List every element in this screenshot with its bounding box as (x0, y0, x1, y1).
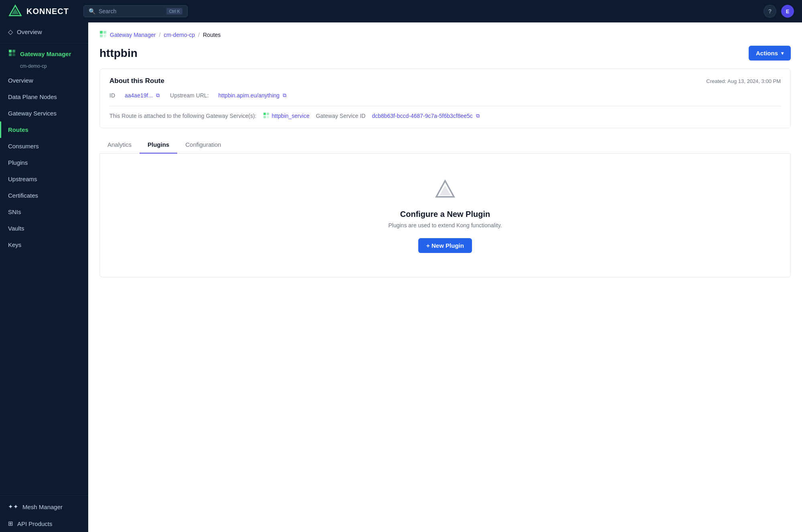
route-info-card: About this Route Created: Aug 13, 2024, … (99, 69, 791, 128)
svg-rect-4 (9, 53, 12, 56)
mesh-manager-label: Mesh Manager (22, 504, 63, 510)
breadcrumb-icon (99, 30, 107, 39)
api-products-icon: ⊞ (8, 520, 13, 527)
new-plugin-button[interactable]: + New Plugin (418, 238, 472, 253)
search-icon: 🔍 (89, 8, 95, 14)
gateway-service-intro: This Route is attached to the following … (109, 113, 257, 119)
sidebar-item-data-plane-nodes[interactable]: Data Plane Nodes (0, 89, 88, 105)
search-placeholder: Search (99, 8, 116, 14)
id-text: aa4ae19f... (125, 92, 153, 99)
sidebar-item-keys[interactable]: Keys (0, 237, 88, 253)
upstream-url-text: httpbin.apim.eu/anything (219, 92, 280, 99)
breadcrumb-current: Routes (203, 32, 221, 38)
search-bar[interactable]: 🔍 Search Ctrl K (83, 5, 188, 17)
overview-nav-label: Overview (8, 77, 33, 84)
mesh-manager-icon: ✦✦ (8, 503, 18, 510)
plugins-label: Plugins (8, 159, 28, 166)
routes-label: Routes (8, 126, 28, 133)
overview-icon: ◇ (8, 28, 13, 36)
empty-state-title: Configure a New Plugin (400, 210, 490, 219)
page-title: httpbin (99, 47, 138, 60)
gateway-manager-sub: cm-demo-cp (0, 63, 88, 72)
card-title: About this Route (109, 77, 164, 85)
svg-rect-11 (267, 113, 269, 115)
logo[interactable]: KONNECT (8, 4, 69, 18)
gateway-service-id-label: Gateway Service ID (316, 113, 366, 119)
search-shortcut: Ctrl K (166, 8, 182, 14)
svg-rect-2 (9, 50, 12, 53)
actions-label: Actions (756, 50, 778, 57)
consumers-label: Consumers (8, 143, 39, 150)
gateway-service-id-value: dcb8b63f-bccd-4687-9c7a-5f6b3cf8ee5c ⧉ (372, 112, 480, 120)
api-products-label: API Products (17, 520, 53, 527)
gateway-manager-icon (8, 49, 16, 59)
app-name: KONNECT (26, 7, 69, 16)
empty-state-description: Plugins are used to extend Kong function… (388, 222, 502, 229)
top-navigation: KONNECT 🔍 Search Ctrl K ? E (0, 0, 802, 22)
sidebar-item-gateway-services[interactable]: Gateway Services (0, 105, 88, 121)
sidebar-item-routes[interactable]: Routes (0, 121, 88, 138)
sidebar-item-overview[interactable]: Overview (0, 72, 88, 89)
data-plane-nodes-label: Data Plane Nodes (8, 93, 57, 100)
service-name-link[interactable]: httpbin_service (263, 112, 310, 120)
svg-rect-6 (100, 31, 103, 34)
gateway-manager-header[interactable]: Gateway Manager (0, 45, 88, 63)
new-plugin-label: + New Plugin (426, 242, 464, 249)
breadcrumb-cp[interactable]: cm-demo-cp (164, 32, 195, 38)
service-id-text: dcb8b63f-bccd-4687-9c7a-5f6b3cf8ee5c (372, 113, 472, 119)
help-button[interactable]: ? (764, 5, 776, 18)
upstream-url-label: Upstream URL: (170, 92, 209, 99)
sidebar-item-snis[interactable]: SNIs (0, 204, 88, 220)
service-name-text: httpbin_service (272, 113, 310, 119)
copy-service-id-button[interactable]: ⧉ (475, 112, 480, 120)
sidebar-item-api-products[interactable]: ⊞ API Products (0, 515, 88, 532)
svg-rect-13 (267, 116, 269, 118)
tab-configuration[interactable]: Configuration (177, 136, 229, 154)
upstream-url-value: httpbin.apim.eu/anything ⧉ (219, 91, 288, 99)
tab-analytics[interactable]: Analytics (99, 136, 140, 154)
gateway-services-label: Gateway Services (8, 110, 57, 117)
sidebar-item-plugins[interactable]: Plugins (0, 154, 88, 171)
snis-label: SNIs (8, 208, 21, 215)
gateway-service-row: This Route is attached to the following … (109, 106, 781, 120)
plugins-empty-panel: Configure a New Plugin Plugins are used … (99, 154, 791, 277)
sidebar-overview-label: Overview (17, 28, 42, 35)
sidebar-item-consumers[interactable]: Consumers (0, 138, 88, 154)
svg-rect-7 (103, 31, 106, 34)
svg-rect-3 (12, 50, 15, 53)
breadcrumb: Gateway Manager / cm-demo-cp / Routes (88, 22, 802, 42)
svg-rect-12 (263, 116, 266, 118)
kong-logo-icon (433, 178, 457, 203)
sidebar-item-upstreams[interactable]: Upstreams (0, 171, 88, 187)
sidebar-item-certificates[interactable]: Certificates (0, 187, 88, 204)
gateway-manager-label: Gateway Manager (20, 51, 71, 57)
vaults-label: Vaults (8, 225, 24, 232)
nav-right: ? E (764, 5, 794, 18)
tabs: Analytics Plugins Configuration (99, 136, 791, 154)
created-at: Created: Aug 13, 2024, 3:00 PM (706, 78, 781, 84)
id-value: aa4ae19f... ⧉ (125, 91, 160, 99)
main-content: Gateway Manager / cm-demo-cp / Routes ht… (88, 22, 802, 532)
actions-button[interactable]: Actions ▾ (749, 46, 791, 61)
breadcrumb-gateway-manager[interactable]: Gateway Manager (110, 32, 156, 38)
info-row: ID aa4ae19f... ⧉ Upstream URL: httpbin.a… (109, 91, 781, 106)
certificates-label: Certificates (8, 192, 38, 199)
svg-rect-8 (100, 34, 103, 37)
sidebar: ◇ Overview Gateway Manager cm-demo-cp Ov… (0, 22, 88, 532)
svg-rect-9 (103, 34, 106, 37)
id-label: ID (109, 92, 115, 99)
service-icon (263, 112, 269, 120)
tab-plugins[interactable]: Plugins (140, 136, 177, 154)
sidebar-item-overview-top[interactable]: ◇ Overview (0, 22, 88, 41)
user-avatar[interactable]: E (781, 5, 794, 18)
page-header: httpbin Actions ▾ (88, 42, 802, 69)
sidebar-item-mesh-manager[interactable]: ✦✦ Mesh Manager (0, 498, 88, 515)
chevron-down-icon: ▾ (781, 51, 784, 56)
svg-rect-10 (263, 113, 266, 115)
copy-id-button[interactable]: ⧉ (155, 91, 160, 99)
copy-upstream-button[interactable]: ⧉ (282, 91, 287, 99)
svg-rect-5 (12, 53, 15, 56)
sidebar-item-vaults[interactable]: Vaults (0, 220, 88, 237)
upstreams-label: Upstreams (8, 176, 37, 182)
keys-label: Keys (8, 241, 21, 248)
